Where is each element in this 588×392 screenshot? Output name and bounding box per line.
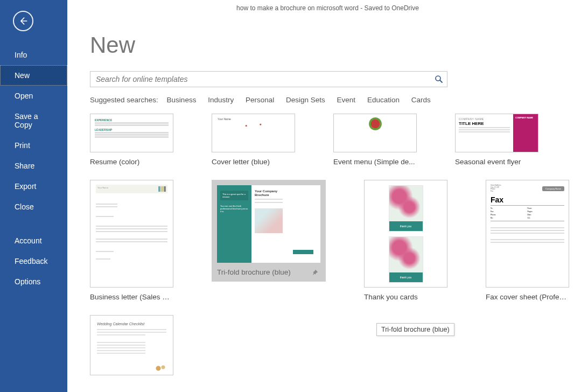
suggested-personal[interactable]: Personal <box>246 96 274 104</box>
template-caption: Seasonal event flyer <box>455 158 538 166</box>
template-thumbnail: Wedding Calendar Checklist <box>90 315 173 375</box>
suggested-label: Suggested searches: <box>90 96 158 104</box>
backstage-sidebar: Info New Open Save a Copy Print Share Ex… <box>0 0 67 392</box>
template-caption: Cover letter (blue) <box>212 158 295 166</box>
nav-save-copy[interactable]: Save a Copy <box>0 106 67 135</box>
template-cover-letter-blue[interactable]: Your Name Cover letter (blue) <box>212 114 295 166</box>
template-caption: Tri-fold brochure (blue) <box>217 268 320 276</box>
template-seasonal-event-flyer[interactable]: COMPANY NAME TITLE HERE COMPANY NAME Sea… <box>455 114 538 166</box>
template-gallery: EXPERIENCE LEADERSHIP Resume (color) You… <box>90 114 588 375</box>
template-thumbnail: Your Name <box>212 114 295 152</box>
nav-list-upper: Info New Open Save a Copy Print Share Ex… <box>0 45 67 292</box>
template-thumbnail <box>333 114 417 152</box>
suggested-searches: Suggested searches: Business Industry Pe… <box>90 96 588 104</box>
search-icon <box>435 75 443 83</box>
template-thumbnail: Street AddressCity, ST ZIPPhoneFax Compa… <box>486 180 569 288</box>
template-thumbnail: thank you thank you <box>364 180 447 288</box>
main-area: how to make a brochure on microsoft word… <box>67 0 588 392</box>
nav-close[interactable]: Close <box>0 197 67 217</box>
template-fax-cover-sheet[interactable]: Street AddressCity, ST ZIPPhoneFax Compa… <box>486 180 569 301</box>
template-trifold-brochure[interactable]: This is a great spot for a mission You c… <box>212 180 326 301</box>
template-caption: Resume (color) <box>90 158 173 166</box>
template-thumbnail: COMPANY NAME TITLE HERE COMPANY NAME <box>455 114 538 152</box>
template-wedding-checklist[interactable]: Wedding Calendar Checklist <box>90 315 173 375</box>
suggested-design-sets[interactable]: Design Sets <box>286 96 325 104</box>
nav-info[interactable]: Info <box>0 45 67 65</box>
arrow-left-icon <box>18 16 29 26</box>
nav-open[interactable]: Open <box>0 86 67 106</box>
suggested-industry[interactable]: Industry <box>208 96 234 104</box>
template-search <box>90 71 447 87</box>
suggested-education[interactable]: Education <box>367 96 400 104</box>
nav-feedback[interactable]: Feedback <box>0 251 67 271</box>
window-title: how to make a brochure on microsoft word… <box>67 4 588 12</box>
template-business-letter[interactable]: Your Name Business letter (Sales St... <box>90 180 173 301</box>
template-thumbnail: This is a great spot for a mission You c… <box>217 185 320 263</box>
suggested-business[interactable]: Business <box>167 96 197 104</box>
nav-print[interactable]: Print <box>0 135 67 156</box>
template-caption: Business letter (Sales St... <box>90 293 173 301</box>
template-caption: Event menu (Simple de... <box>333 158 417 166</box>
page-title: New <box>90 32 588 58</box>
nav-new[interactable]: New <box>0 65 67 86</box>
template-thumbnail: EXPERIENCE LEADERSHIP <box>90 114 173 152</box>
tooltip: Tri-fold brochure (blue) <box>376 323 454 336</box>
template-thumbnail: Your Name <box>90 180 173 288</box>
search-button[interactable] <box>431 72 447 87</box>
template-caption: Thank you cards <box>364 293 447 301</box>
template-caption: Fax cover sheet (Profess... <box>486 293 569 301</box>
svg-line-1 <box>440 80 442 82</box>
nav-export[interactable]: Export <box>0 176 67 197</box>
pin-icon[interactable] <box>312 269 318 277</box>
back-button[interactable] <box>13 11 33 31</box>
template-thank-you-cards[interactable]: thank you thank you Thank you cards <box>364 180 447 301</box>
template-event-menu[interactable]: Event menu (Simple de... <box>333 114 417 166</box>
suggested-cards[interactable]: Cards <box>411 96 431 104</box>
suggested-event[interactable]: Event <box>337 96 356 104</box>
search-input[interactable] <box>90 75 431 83</box>
template-resume-color[interactable]: EXPERIENCE LEADERSHIP Resume (color) <box>90 114 173 166</box>
nav-options[interactable]: Options <box>0 271 67 292</box>
nav-share[interactable]: Share <box>0 156 67 176</box>
nav-account[interactable]: Account <box>0 230 67 251</box>
